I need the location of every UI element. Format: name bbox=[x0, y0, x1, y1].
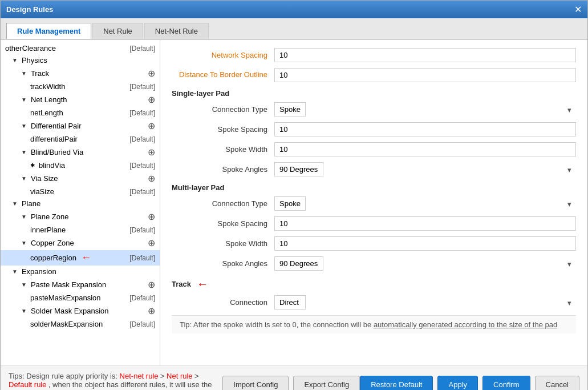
import-config-button[interactable]: Import Config bbox=[222, 376, 289, 390]
tree-label: Differential Pair bbox=[31, 122, 82, 130]
distance-border-input[interactable] bbox=[274, 68, 576, 82]
add-copperzone-icon[interactable]: ⊕ bbox=[148, 238, 155, 248]
single-spoke-spacing-row: Spoke Spacing bbox=[172, 122, 576, 136]
single-spoke-width-row: Spoke Width bbox=[172, 142, 576, 156]
tree-panel: otherClearance [Default] ▼Physics ▼Track… bbox=[1, 40, 160, 365]
default-rule-text: Default rule bbox=[9, 380, 46, 389]
tip-sep1: > bbox=[160, 372, 167, 380]
tree-item-copperRegion[interactable]: copperRegion ← [Default] bbox=[1, 250, 160, 266]
tree-item-copperZone[interactable]: ▼Copper Zone ⊕ bbox=[1, 236, 160, 250]
multi-connection-type-select[interactable]: Spoke Direct None bbox=[274, 196, 306, 211]
bottom-bar: Tips: Design rule apply priority is: Net… bbox=[1, 365, 587, 390]
net-rule-text: Net rule bbox=[167, 372, 193, 380]
single-spoke-spacing-input[interactable] bbox=[274, 122, 576, 136]
tree-default: [Default] bbox=[129, 188, 155, 196]
tree-item-trackWidth[interactable]: trackWidth [Default] bbox=[1, 81, 160, 93]
tree-label: viaSize bbox=[30, 187, 54, 196]
tree-default: [Default] bbox=[129, 294, 155, 302]
tab-rule-management[interactable]: Rule Management bbox=[6, 23, 91, 39]
single-connection-type-row: Connection Type Spoke Direct None bbox=[172, 102, 576, 116]
confirm-button[interactable]: Confirm bbox=[482, 376, 530, 390]
multi-spoke-angles-label: Spoke Angles bbox=[172, 259, 274, 268]
single-spoke-spacing-label: Spoke Spacing bbox=[172, 125, 274, 134]
add-track-icon[interactable]: ⊕ bbox=[148, 68, 155, 79]
tree-label: Blind/Buried Via bbox=[31, 148, 83, 156]
priority-tip: Tips: Design rule apply priority is: Net… bbox=[9, 372, 213, 390]
add-diffpair-icon[interactable]: ⊕ bbox=[148, 120, 155, 131]
restore-default-button[interactable]: Restore Default bbox=[360, 376, 433, 390]
tree-item-netLengthVal[interactable]: netLength [Default] bbox=[1, 107, 160, 119]
right-panel: Network Spacing Distance To Border Outli… bbox=[160, 40, 587, 365]
add-soldermask-icon[interactable]: ⊕ bbox=[148, 305, 155, 316]
tree-label: solderMaskExpansion bbox=[30, 320, 103, 328]
multi-connection-type-label: Connection Type bbox=[172, 199, 274, 208]
tab-net-rule[interactable]: Net Rule bbox=[92, 23, 143, 39]
network-spacing-input[interactable] bbox=[274, 48, 576, 62]
single-layer-title: Single-layer Pad bbox=[172, 89, 576, 98]
multi-spoke-width-label: Spoke Width bbox=[172, 239, 274, 248]
tree-item-solderMaskExp[interactable]: ▼Solder Mask Expansion ⊕ bbox=[1, 304, 160, 318]
single-spoke-angles-label: Spoke Angles bbox=[172, 165, 274, 174]
network-spacing-label: Network Spacing bbox=[172, 51, 274, 59]
tree-label: trackWidth bbox=[30, 82, 65, 91]
multi-spoke-spacing-row: Spoke Spacing bbox=[172, 216, 576, 231]
tree-item-pasteMaskExpVal[interactable]: pasteMaskExpansion [Default] bbox=[1, 292, 160, 304]
tree-item-otherClearance[interactable]: otherClearance [Default] bbox=[1, 42, 160, 54]
close-button[interactable]: ✕ bbox=[574, 4, 582, 15]
single-connection-type-select[interactable]: Spoke Direct None bbox=[274, 102, 306, 116]
tree-item-innerPlane[interactable]: innerPlane [Default] bbox=[1, 224, 160, 236]
tree-item-track[interactable]: ▼Track ⊕ bbox=[1, 66, 160, 81]
tree-default: [Default] bbox=[129, 45, 155, 53]
tree-item-blindVia[interactable]: ✱blindVia [Default] bbox=[1, 159, 160, 171]
tab-bar: Rule Management Net Rule Net-Net Rule bbox=[1, 18, 587, 40]
distance-border-label: Distance To Border Outline bbox=[172, 70, 274, 80]
tree-default: [Default] bbox=[129, 162, 155, 170]
multi-spoke-width-input[interactable] bbox=[274, 236, 576, 251]
single-spoke-width-input[interactable] bbox=[274, 142, 576, 156]
tree-default: [Default] bbox=[129, 109, 155, 117]
tree-label: Expansion bbox=[22, 267, 56, 276]
tree-item-solderMaskExpVal[interactable]: solderMaskExpansion [Default] bbox=[1, 318, 160, 330]
track-connection-label: Connection bbox=[172, 298, 274, 307]
add-viasize-icon[interactable]: ⊕ bbox=[148, 173, 155, 184]
multi-spoke-angles-select[interactable]: 90 Degrees 45 Degrees bbox=[274, 256, 323, 271]
multi-connection-type-row: Connection Type Spoke Direct None bbox=[172, 196, 576, 211]
single-spoke-width-label: Spoke Width bbox=[172, 145, 274, 154]
tree-label: copperRegion bbox=[30, 254, 76, 262]
multi-spoke-spacing-input[interactable] bbox=[274, 216, 576, 231]
track-title: Track bbox=[172, 280, 191, 288]
track-connection-wrapper: Direct Spoke bbox=[274, 295, 576, 309]
track-arrow-icon: ← bbox=[197, 278, 208, 291]
add-netlength-icon[interactable]: ⊕ bbox=[148, 94, 155, 105]
tree-label: Plane bbox=[22, 199, 40, 208]
tree-label: pasteMaskExpansion bbox=[30, 293, 101, 302]
cancel-button[interactable]: Cancel bbox=[535, 376, 579, 390]
left-buttons: Import Config Export Config bbox=[222, 376, 360, 390]
apply-button[interactable]: Apply bbox=[437, 376, 478, 390]
single-spoke-angles-select[interactable]: 90 Degrees 45 Degrees bbox=[274, 162, 323, 176]
add-pastemask-icon[interactable]: ⊕ bbox=[148, 279, 155, 290]
tree-default: [Default] bbox=[129, 83, 155, 91]
tip-sep2: > bbox=[194, 372, 199, 380]
tree-item-blindBuried[interactable]: ▼Blind/Buried Via ⊕ bbox=[1, 145, 160, 159]
export-config-button[interactable]: Export Config bbox=[293, 376, 360, 390]
tree-item-diffPair[interactable]: ▼Differential Pair ⊕ bbox=[1, 119, 160, 133]
tree-item-physics[interactable]: ▼Physics bbox=[1, 54, 160, 66]
tree-item-viaSizeVal[interactable]: viaSize [Default] bbox=[1, 186, 160, 198]
tree-default: [Default] bbox=[129, 135, 155, 143]
tree-item-netLength[interactable]: ▼Net Length ⊕ bbox=[1, 93, 160, 107]
tree-item-diffPairVal[interactable]: differentialPair [Default] bbox=[1, 133, 160, 145]
add-planezone-icon[interactable]: ⊕ bbox=[148, 211, 155, 222]
multi-spoke-spacing-label: Spoke Spacing bbox=[172, 219, 274, 228]
tree-label: netLength bbox=[30, 108, 63, 117]
track-connection-select[interactable]: Direct Spoke bbox=[274, 295, 306, 309]
dialog-title: Design Rules bbox=[6, 5, 53, 14]
tree-item-pasteMaskExp[interactable]: ▼Paste Mask Expansion ⊕ bbox=[1, 278, 160, 292]
tree-item-expansion[interactable]: ▼Expansion bbox=[1, 266, 160, 278]
tree-item-planeZone[interactable]: ▼Plane Zone ⊕ bbox=[1, 210, 160, 224]
add-blind-icon[interactable]: ⊕ bbox=[148, 147, 155, 158]
tab-net-net-rule[interactable]: Net-Net Rule bbox=[144, 23, 209, 39]
multi-spoke-width-row: Spoke Width bbox=[172, 236, 576, 251]
tree-item-viaSize[interactable]: ▼Via Size ⊕ bbox=[1, 171, 160, 186]
tree-item-plane[interactable]: ▼Plane bbox=[1, 198, 160, 210]
